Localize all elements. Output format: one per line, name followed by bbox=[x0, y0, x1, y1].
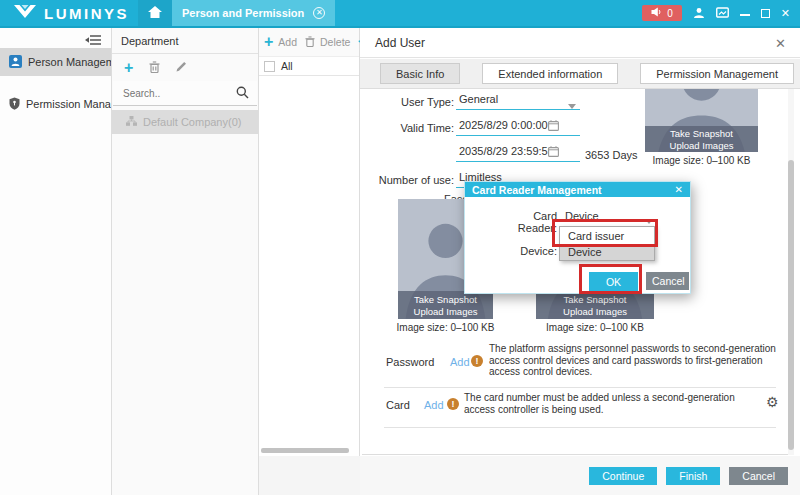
password-add-link[interactable]: Add bbox=[450, 356, 470, 368]
divider bbox=[384, 387, 776, 388]
add-user-header: Add User ✕ bbox=[360, 28, 800, 58]
collapse-sidebar-icon[interactable] bbox=[85, 34, 102, 48]
app-window: LUMINYS Person and Permission ✕ 0 bbox=[0, 0, 800, 495]
valid-to-input[interactable]: 2035/8/29 23:59:59 bbox=[456, 145, 580, 162]
upload-images-link[interactable]: Upload Images bbox=[414, 306, 478, 317]
image-size-hint: Image size: 0–100 KB bbox=[388, 322, 503, 333]
card-add-link[interactable]: Add bbox=[424, 399, 444, 411]
sidebar-item-label: Person Management bbox=[28, 56, 111, 68]
tab-permission-management[interactable]: Permission Management bbox=[640, 63, 794, 84]
luminys-logo-icon bbox=[12, 4, 38, 22]
screen-icon[interactable] bbox=[716, 7, 729, 19]
user-type-select[interactable]: General bbox=[456, 93, 580, 110]
sidebar-item-label: Permission Management bbox=[26, 98, 111, 110]
topbar-actions: 0 ✕ bbox=[642, 0, 790, 26]
warning-icon: ! bbox=[447, 398, 459, 410]
number-of-use-label: Number of use: bbox=[370, 174, 454, 186]
brand-text: LUMINYS bbox=[44, 5, 129, 22]
take-snapshot-link[interactable]: Take Snapshot bbox=[670, 128, 733, 139]
minimize-icon bbox=[740, 14, 750, 16]
upload-images-link[interactable]: Upload Images bbox=[670, 140, 734, 151]
device-label: Device: bbox=[513, 245, 557, 257]
warning-icon: ! bbox=[471, 355, 483, 367]
tab-person-and-permission[interactable]: Person and Permission ✕ bbox=[172, 0, 335, 26]
alarm-button[interactable]: 0 bbox=[642, 5, 682, 21]
department-search bbox=[113, 81, 257, 106]
person-list-panel: + Add Delete All bbox=[259, 28, 360, 456]
take-snapshot-link[interactable]: Take Snapshot bbox=[414, 294, 477, 305]
card-label: Card bbox=[386, 399, 410, 411]
add-department-icon[interactable]: + bbox=[124, 61, 133, 75]
option-card-issuer[interactable]: Card issuer bbox=[560, 227, 654, 244]
search-icon[interactable] bbox=[236, 86, 249, 101]
delete-department-icon[interactable] bbox=[149, 61, 160, 75]
image-size-hint: Image size: 0–100 KB bbox=[530, 322, 660, 333]
delete-person-icon[interactable] bbox=[305, 36, 315, 49]
divider bbox=[384, 427, 776, 428]
maximize-button[interactable] bbox=[761, 9, 770, 18]
image-size-hint: Image size: 0–100 KB bbox=[645, 155, 758, 166]
ok-button[interactable]: OK bbox=[589, 272, 638, 291]
select-all-checkbox[interactable] bbox=[264, 61, 275, 72]
close-window-button[interactable]: ✕ bbox=[781, 7, 790, 20]
department-panel: Department + Default Company(0) bbox=[112, 28, 259, 495]
tab-extended-information[interactable]: Extended information bbox=[482, 63, 618, 84]
person-list-header: All bbox=[259, 56, 359, 76]
cancel-button[interactable]: Cancel bbox=[729, 467, 788, 485]
topbar: LUMINYS Person and Permission ✕ 0 bbox=[0, 0, 800, 28]
chevron-down-icon[interactable] bbox=[568, 99, 576, 111]
user-account-icon[interactable] bbox=[693, 7, 705, 19]
shield-icon bbox=[9, 97, 20, 112]
valid-days-value: 3653 Days bbox=[585, 149, 638, 161]
department-search-input[interactable] bbox=[121, 87, 236, 100]
department-toolbar: + bbox=[112, 54, 258, 81]
photo-box[interactable]: Take Snapshot Upload Images bbox=[645, 89, 758, 152]
option-device[interactable]: Device bbox=[560, 244, 654, 260]
valid-time-label: Valid Time: bbox=[370, 122, 454, 134]
finish-button[interactable]: Finish bbox=[666, 467, 720, 485]
select-all-label: All bbox=[281, 60, 293, 72]
tab-basic-info[interactable]: Basic Info bbox=[380, 63, 460, 84]
calendar-icon[interactable] bbox=[548, 146, 559, 159]
vertical-scrollbar[interactable] bbox=[788, 160, 794, 450]
organization-icon bbox=[126, 116, 137, 128]
add-user-footer: Continue Finish Cancel bbox=[360, 456, 800, 495]
dialog-close-icon[interactable]: ✕ bbox=[675, 184, 683, 195]
speaker-icon bbox=[651, 7, 661, 19]
person-management-icon bbox=[9, 55, 22, 70]
add-user-tabs: Basic Info Extended information Permissi… bbox=[360, 59, 800, 89]
edit-department-icon[interactable] bbox=[176, 61, 187, 74]
upload-images-link[interactable]: Upload Images bbox=[563, 306, 627, 317]
department-tree-item-default-company[interactable]: Default Company(0) bbox=[112, 110, 258, 134]
dialog-titlebar: Card Reader Management ✕ bbox=[465, 182, 690, 197]
add-user-title: Add User bbox=[375, 36, 425, 50]
add-person-icon[interactable]: + bbox=[264, 35, 273, 49]
person-list-toolbar: + Add Delete bbox=[259, 28, 359, 56]
chevron-down-icon[interactable] bbox=[645, 214, 653, 226]
minimize-button[interactable] bbox=[740, 10, 750, 16]
tab-label: Person and Permission bbox=[182, 7, 304, 19]
department-tree-item-label: Default Company(0) bbox=[143, 116, 241, 128]
continue-button[interactable]: Continue bbox=[589, 467, 657, 485]
sidebar-item-person-management[interactable]: Person Management bbox=[0, 48, 111, 76]
home-button[interactable] bbox=[138, 0, 172, 26]
user-type-label: User Type: bbox=[370, 96, 454, 108]
tab-close-icon[interactable]: ✕ bbox=[313, 7, 325, 19]
sidebar-item-permission-management[interactable]: Permission Management bbox=[0, 90, 111, 118]
photo-actions: Take Snapshot Upload Images bbox=[398, 291, 493, 319]
take-snapshot-link[interactable]: Take Snapshot bbox=[564, 294, 627, 305]
gear-icon[interactable]: ⚙ bbox=[766, 395, 779, 409]
calendar-icon[interactable] bbox=[548, 120, 559, 133]
password-hint: The platform assigns personnel passwords… bbox=[489, 343, 781, 378]
add-person-button[interactable]: Add bbox=[278, 36, 297, 48]
valid-from-input[interactable]: 2025/8/29 0:00:00 bbox=[456, 119, 580, 136]
department-title: Department bbox=[112, 28, 258, 54]
card-reader-select[interactable]: Device bbox=[565, 210, 599, 222]
brand-logo: LUMINYS bbox=[12, 0, 129, 26]
dialog-cancel-button[interactable]: Cancel bbox=[646, 272, 689, 290]
horizontal-scrollbar[interactable] bbox=[261, 448, 349, 453]
delete-person-button[interactable]: Delete bbox=[320, 36, 350, 48]
close-panel-icon[interactable]: ✕ bbox=[775, 36, 786, 51]
card-reader-dropdown-list: Card issuer Device bbox=[559, 226, 655, 261]
alarm-count-badge: 0 bbox=[667, 8, 673, 19]
